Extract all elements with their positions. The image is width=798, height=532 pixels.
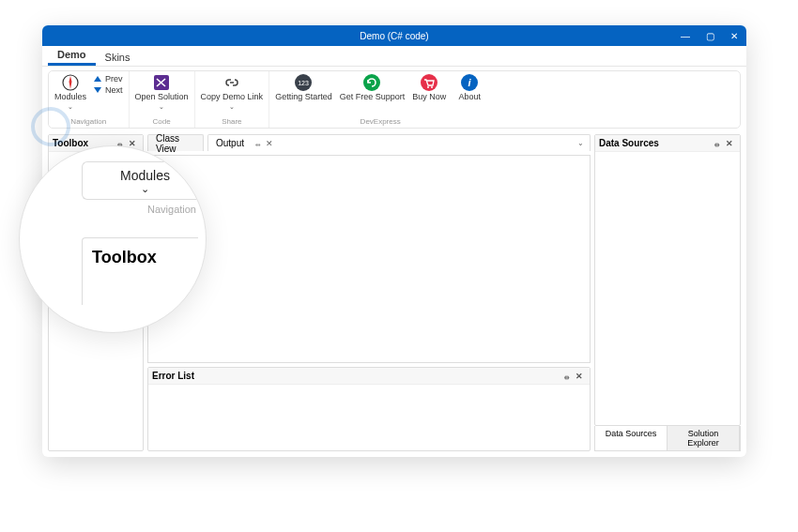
- window-title: Demo (C# code): [360, 31, 428, 41]
- chevron-down-icon: ⌄: [229, 103, 235, 111]
- group-label-code: Code: [153, 117, 171, 128]
- document-tabs: Class View Output ⏛ ✕ ⌄: [147, 134, 591, 151]
- copy-demo-link-button[interactable]: Copy Demo Link ⌄: [201, 74, 264, 111]
- chevron-down-icon: ⌄: [68, 103, 73, 111]
- info-icon: i: [461, 74, 478, 91]
- right-bottom-tabs: Data Sources Solution Explorer: [594, 426, 741, 451]
- center-area: Class View Output ⏛ ✕ ⌄ Error List ⏛ ✕: [147, 134, 591, 451]
- svg-point-5: [421, 74, 437, 91]
- close-icon[interactable]: ✕: [573, 372, 586, 381]
- prev-next-group: Prev Next: [94, 74, 123, 95]
- tab-solution-explorer[interactable]: Solution Explorer: [668, 426, 740, 450]
- tab-demo[interactable]: Demo: [48, 46, 96, 66]
- titlebar: Demo (C# code) — ▢ ✕: [42, 25, 746, 46]
- triangle-down-icon: [94, 87, 101, 93]
- chevron-down-icon: ⌄: [92, 183, 198, 195]
- next-button[interactable]: Next: [94, 85, 123, 95]
- getting-started-button[interactable]: 123 Getting Started: [275, 74, 332, 101]
- right-column: Data Sources ⏛ ✕ Data Sources Solution E…: [594, 134, 741, 451]
- data-sources-header: Data Sources ⏛ ✕: [595, 135, 740, 152]
- prev-button[interactable]: Prev: [94, 74, 123, 84]
- tab-skins[interactable]: Skins: [96, 49, 140, 66]
- link-icon: [223, 74, 240, 91]
- magnified-group-label: Navigation: [82, 200, 198, 215]
- pin-icon[interactable]: ⏛: [560, 372, 573, 381]
- error-list-header: Error List ⏛ ✕: [148, 368, 590, 385]
- ribbon-tabs: Demo Skins: [42, 46, 746, 67]
- svg-point-4: [363, 74, 380, 91]
- close-icon[interactable]: ✕: [266, 139, 273, 148]
- maximize-button[interactable]: ▢: [698, 25, 722, 46]
- about-button[interactable]: i About: [453, 74, 485, 101]
- buy-now-button[interactable]: Buy Now: [412, 74, 446, 101]
- chevron-down-icon: ⌄: [159, 103, 164, 111]
- close-button[interactable]: ✕: [722, 25, 746, 46]
- ribbon-group-devexpress: 123 Getting Started Get Free Support Buy…: [269, 71, 491, 128]
- cart-icon: [421, 74, 437, 91]
- error-list-pane: Error List ⏛ ✕: [147, 367, 591, 451]
- close-icon[interactable]: ✕: [723, 139, 736, 148]
- highlight-ring: [31, 107, 70, 146]
- magnified-toolbox-pane: Toolbox: [82, 237, 198, 305]
- tab-data-sources[interactable]: Data Sources: [595, 426, 668, 450]
- data-sources-pane: Data Sources ⏛ ✕: [594, 134, 741, 426]
- ribbon-group-share: Copy Demo Link ⌄ Share: [195, 71, 270, 128]
- compass-icon: [62, 74, 79, 91]
- tab-class-view[interactable]: Class View: [147, 134, 204, 151]
- get-free-support-button[interactable]: Get Free Support: [340, 74, 406, 101]
- pin-icon[interactable]: ⏛: [710, 139, 723, 148]
- 123-icon: 123: [295, 74, 312, 91]
- refresh-icon: [363, 74, 380, 91]
- ribbon: Modules ⌄ Prev Next Navigation: [48, 70, 741, 129]
- svg-point-7: [431, 86, 433, 88]
- chevron-down-icon[interactable]: ⌄: [577, 139, 584, 147]
- group-label-share: Share: [222, 117, 241, 128]
- document-area: [147, 155, 591, 363]
- open-solution-button[interactable]: Open Solution ⌄: [135, 74, 189, 111]
- group-label-navigation: Navigation: [70, 117, 106, 128]
- modules-button[interactable]: Modules ⌄: [54, 74, 86, 111]
- ribbon-group-code: Open Solution ⌄ Code: [130, 71, 195, 128]
- window-controls: — ▢ ✕: [673, 25, 746, 46]
- svg-point-6: [427, 86, 429, 88]
- triangle-up-icon: [94, 76, 101, 82]
- tab-output[interactable]: Output ⏛ ✕ ⌄: [207, 134, 591, 151]
- minimize-button[interactable]: —: [673, 25, 698, 46]
- magnifier-overlay: Modules ⌄ Navigation Toolbox: [19, 145, 207, 333]
- pin-icon[interactable]: ⏛: [255, 139, 260, 148]
- svg-text:123: 123: [299, 80, 310, 86]
- vs-icon: [153, 74, 170, 91]
- group-label-devexpress: DevExpress: [361, 117, 401, 128]
